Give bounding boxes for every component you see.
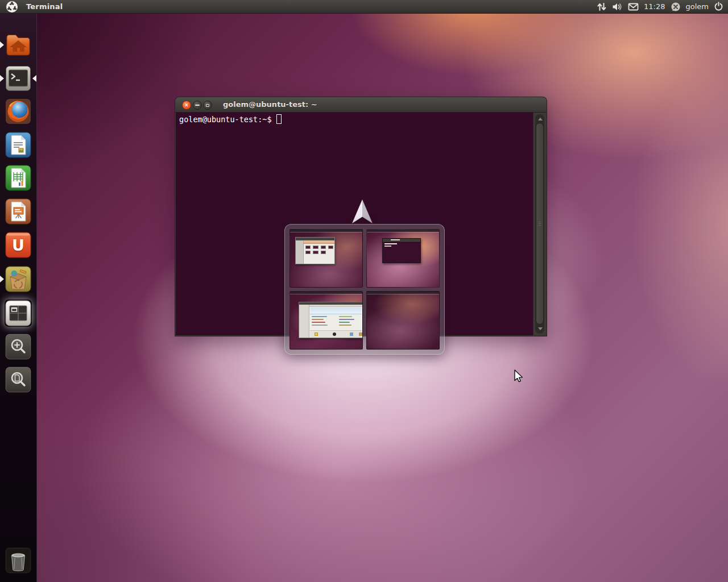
running-indicator-icon <box>0 41 4 48</box>
terminal-cursor <box>276 114 282 124</box>
firefox-icon <box>5 98 32 125</box>
launcher-item-zoom-in-lens[interactable] <box>5 333 32 360</box>
libreoffice-writer-icon <box>5 131 32 159</box>
libreoffice-impress-icon <box>5 198 32 225</box>
launcher-item-libreoffice-impress[interactable] <box>5 198 32 225</box>
unity-launcher: U <box>0 14 37 582</box>
workspace-2-thumbnail[interactable] <box>366 229 440 288</box>
launcher-item-ubuntu-one[interactable]: U <box>5 231 32 259</box>
launcher-item-home-folder[interactable] <box>5 31 32 59</box>
launcher-item-trash[interactable] <box>5 547 32 574</box>
scrollbar-grip <box>539 222 541 227</box>
software-center-mini-window <box>299 302 363 338</box>
launcher-item-libreoffice-calc[interactable] <box>5 164 32 192</box>
magnifier-plus-icon <box>5 333 32 360</box>
top-panel: Terminal 11:28 <box>0 0 728 14</box>
scroll-up-icon[interactable] <box>538 118 543 120</box>
active-app-name[interactable]: Terminal <box>26 2 63 11</box>
launcher-item-workspace-switcher[interactable] <box>5 300 32 327</box>
minimize-icon <box>195 105 200 106</box>
network-arrows-icon[interactable] <box>597 2 607 11</box>
terminal-scrollbar[interactable] <box>533 113 546 335</box>
file-manager-mini-window <box>295 237 335 264</box>
launcher-item-firefox[interactable] <box>5 98 32 125</box>
close-button[interactable]: ✕ <box>182 101 191 110</box>
scrollbar-thumb[interactable] <box>536 123 544 325</box>
username-label[interactable]: golem <box>686 2 709 11</box>
workspace-switcher-icon <box>5 300 32 327</box>
workspace-switcher-overlay <box>284 224 445 355</box>
workspace-4-thumbnail[interactable] <box>366 291 440 350</box>
workspace-3-thumbnail[interactable] <box>289 291 363 350</box>
scrollbar-track[interactable] <box>535 114 544 334</box>
launcher-item-find-files-lens[interactable] <box>5 366 32 393</box>
maximize-button[interactable] <box>203 101 212 110</box>
trash-icon <box>5 547 32 574</box>
scroll-down-icon[interactable] <box>538 327 543 330</box>
launcher-item-libreoffice-writer[interactable] <box>5 131 32 159</box>
maximize-icon <box>206 104 209 107</box>
volume-icon[interactable] <box>612 2 623 11</box>
focused-indicator-icon <box>32 75 36 82</box>
expo-pointer-arrow <box>351 199 374 226</box>
launcher-item-ubuntu-software-center[interactable] <box>5 265 32 293</box>
launcher-item-terminal[interactable] <box>5 65 32 92</box>
libreoffice-calc-icon <box>5 164 32 192</box>
home-folder-icon <box>5 31 32 59</box>
window-title: golem@ubuntu-test: ~ <box>223 100 317 109</box>
minimize-button[interactable] <box>193 101 202 110</box>
me-menu-icon[interactable] <box>671 2 681 12</box>
close-icon: ✕ <box>184 103 189 108</box>
power-icon[interactable] <box>714 2 723 11</box>
terminal-titlebar[interactable]: ✕ golem@ubuntu-test: ~ <box>175 97 547 113</box>
workspace-1-thumbnail[interactable] <box>289 229 363 288</box>
ubuntu-logo-icon[interactable] <box>6 1 18 13</box>
mouse-cursor <box>512 369 524 387</box>
terminal-prompt: golem@ubuntu-test:~$ <box>179 115 272 124</box>
mail-icon[interactable] <box>628 3 639 11</box>
clock[interactable]: 11:28 <box>644 2 665 11</box>
ubuntu-one-letter: U <box>5 231 32 259</box>
ubuntu-software-center-icon <box>5 265 32 293</box>
terminal-mini-window <box>382 238 421 263</box>
running-indicator-icon <box>0 75 4 82</box>
terminal-icon <box>5 65 32 92</box>
running-indicator-icon <box>0 276 4 282</box>
magnifier-document-icon <box>5 366 32 393</box>
